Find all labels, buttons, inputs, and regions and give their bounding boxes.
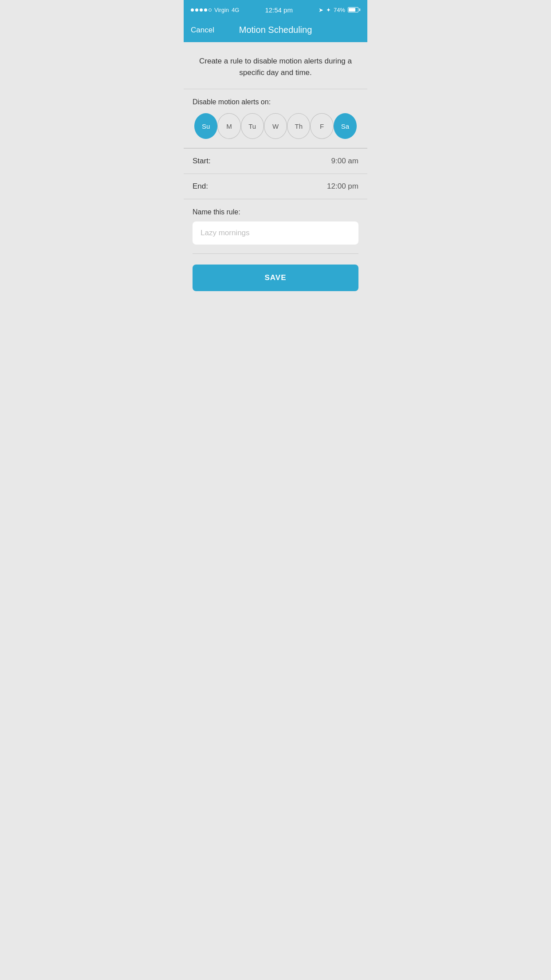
network-label: 4G [232, 7, 239, 13]
signal-icon [191, 8, 212, 12]
days-section-label: Disable motion alerts on: [193, 98, 358, 106]
days-row: Su M Tu W Th F Sa [193, 113, 358, 139]
signal-dot-2 [195, 8, 198, 12]
days-section: Disable motion alerts on: Su M Tu W Th F… [184, 89, 367, 148]
end-value: 12:00 pm [327, 182, 358, 191]
status-left: Virgin 4G [191, 7, 239, 13]
page-title: Motion Scheduling [239, 25, 312, 35]
location-icon: ➤ [319, 7, 323, 13]
rule-name-section: Name this rule: [184, 199, 367, 254]
rule-name-input[interactable] [193, 221, 358, 245]
day-button-m[interactable]: M [217, 113, 240, 139]
day-button-sa[interactable]: Sa [334, 113, 357, 139]
battery-icon [348, 7, 360, 12]
status-bar: Virgin 4G 12:54 pm ➤ ✦ 74% [184, 0, 367, 20]
time-section: Start: 9:00 am End: 12:00 pm [184, 148, 367, 199]
signal-dot-1 [191, 8, 194, 12]
battery-tip [359, 8, 360, 11]
bluetooth-icon: ✦ [326, 7, 331, 13]
status-time: 12:54 pm [265, 6, 293, 14]
cancel-button[interactable]: Cancel [191, 26, 214, 35]
signal-dot-3 [200, 8, 203, 12]
battery-percent: 74% [334, 7, 345, 13]
signal-dot-5 [209, 8, 212, 12]
battery-fill [349, 8, 355, 12]
day-button-th[interactable]: Th [287, 113, 310, 139]
start-value: 9:00 am [331, 157, 358, 166]
content-area: Create a rule to disable motion alerts d… [184, 42, 367, 302]
rule-name-label: Name this rule: [193, 208, 358, 216]
nav-bar: Cancel Motion Scheduling [184, 20, 367, 42]
day-button-tu[interactable]: Tu [241, 113, 264, 139]
end-label: End: [193, 182, 208, 191]
battery-body [348, 7, 358, 12]
signal-dot-4 [204, 8, 207, 12]
day-button-f[interactable]: F [310, 113, 333, 139]
start-time-row[interactable]: Start: 9:00 am [184, 148, 367, 174]
status-right: ➤ ✦ 74% [319, 7, 360, 13]
end-time-row[interactable]: End: 12:00 pm [184, 174, 367, 199]
day-button-w[interactable]: W [264, 113, 287, 139]
save-section: SAVE [184, 254, 367, 302]
day-button-su[interactable]: Su [194, 113, 217, 139]
carrier-label: Virgin [214, 7, 229, 13]
description-section: Create a rule to disable motion alerts d… [184, 42, 367, 89]
description-text: Create a rule to disable motion alerts d… [194, 55, 357, 78]
start-label: Start: [193, 157, 211, 166]
save-button[interactable]: SAVE [193, 265, 358, 291]
